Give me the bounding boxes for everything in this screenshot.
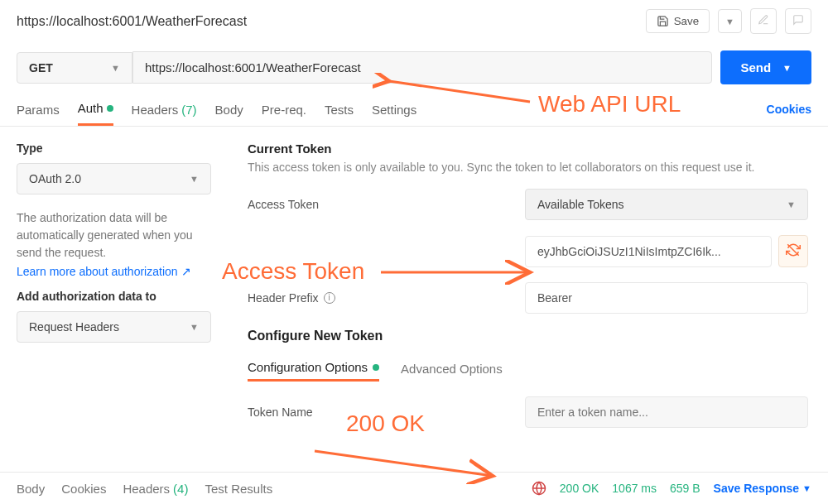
subtab-config-options[interactable]: Configuration Options <box>248 355 379 382</box>
subtab-config-label: Configuration Options <box>248 360 368 374</box>
tab-tests[interactable]: Tests <box>325 93 354 126</box>
configure-token-title: Configure New Token <box>248 329 808 343</box>
response-tab-body[interactable]: Body <box>17 482 45 496</box>
chevron-down-icon: ▼ <box>111 63 120 73</box>
add-auth-select[interactable]: Request Headers ▼ <box>17 311 211 343</box>
save-response-button[interactable]: Save Response ▼ <box>714 482 811 495</box>
response-tab-tests[interactable]: Test Results <box>205 482 272 496</box>
subtab-advanced-options[interactable]: Advanced Options <box>401 355 503 382</box>
token-name-label: Token Name <box>248 406 525 419</box>
send-button[interactable]: Send ▼ <box>720 50 811 84</box>
send-label: Send <box>740 60 771 74</box>
chevron-down-icon: ▼ <box>782 63 792 73</box>
save-icon <box>657 15 669 27</box>
auth-type-select[interactable]: OAuth 2.0 ▼ <box>17 163 211 194</box>
response-size: 659 B <box>670 482 700 495</box>
access-token-label: Access Token <box>248 198 525 211</box>
tab-prereq[interactable]: Pre-req. <box>262 93 306 126</box>
status-dot-icon <box>107 105 113 112</box>
learn-auth-link[interactable]: Learn more about authorization ↗ <box>17 265 191 278</box>
request-url-input[interactable]: https://localhost:6001/WeatherForecast <box>132 51 712 84</box>
tab-params[interactable]: Params <box>17 93 60 126</box>
response-status: 200 OK <box>560 482 599 495</box>
edit-icon-button[interactable] <box>750 8 777 34</box>
http-method-select[interactable]: GET ▼ <box>17 52 132 84</box>
tab-headers-label: Headers <box>132 103 179 117</box>
auth-type-value: OAuth 2.0 <box>29 172 81 185</box>
http-method-value: GET <box>29 61 53 74</box>
response-tab-headers[interactable]: Headers (4) <box>123 482 188 496</box>
tab-headers-count: (7) <box>181 103 196 117</box>
current-token-desc: This access token is only available to y… <box>248 161 808 174</box>
token-name-input[interactable] <box>525 396 808 428</box>
request-title: https://localhost:6001/WeatherForecast <box>17 14 247 29</box>
tab-settings[interactable]: Settings <box>372 93 416 126</box>
chevron-down-icon: ▼ <box>725 17 734 26</box>
chevron-down-icon: ▼ <box>787 199 796 209</box>
tab-headers[interactable]: Headers (7) <box>132 93 197 126</box>
response-headers-label: Headers <box>123 482 170 496</box>
response-time: 1067 ms <box>612 482 657 495</box>
save-response-label: Save Response <box>714 482 800 495</box>
sync-icon <box>786 242 801 257</box>
pencil-icon <box>758 14 769 26</box>
chevron-down-icon: ▼ <box>190 174 199 184</box>
header-prefix-input[interactable]: Bearer <box>525 282 808 314</box>
tab-auth[interactable]: Auth <box>78 93 113 126</box>
external-link-icon: ↗ <box>181 265 191 278</box>
add-auth-value: Request Headers <box>29 320 119 334</box>
cookies-link[interactable]: Cookies <box>767 103 811 116</box>
auth-description: The authorization data will be automatic… <box>17 209 211 262</box>
response-headers-count: (4) <box>173 482 188 496</box>
available-tokens-select[interactable]: Available Tokens ▼ <box>525 189 808 220</box>
network-icon <box>532 481 546 496</box>
save-label: Save <box>674 15 699 27</box>
save-dropdown[interactable]: ▼ <box>718 9 742 33</box>
access-token-value[interactable]: eyJhbGciOiJSUzI1NiIsImtpZCI6Ik... <box>525 236 772 267</box>
current-token-title: Current Token <box>248 142 808 156</box>
add-auth-label: Add authorization data to <box>17 290 211 303</box>
header-prefix-label: Header Prefix i <box>248 291 525 305</box>
auth-type-label: Type <box>17 142 211 155</box>
tab-body[interactable]: Body <box>215 93 243 126</box>
tab-auth-label: Auth <box>78 101 104 115</box>
chevron-down-icon: ▼ <box>802 483 811 493</box>
save-button[interactable]: Save <box>646 9 710 33</box>
learn-auth-text: Learn more about authorization <box>17 265 178 278</box>
comment-icon-button[interactable] <box>785 8 811 34</box>
info-icon[interactable]: i <box>324 292 335 304</box>
chevron-down-icon: ▼ <box>190 322 199 332</box>
sync-token-button[interactable] <box>778 235 808 267</box>
response-tab-cookies[interactable]: Cookies <box>61 482 106 496</box>
status-dot-icon <box>373 364 379 371</box>
comment-icon <box>792 14 804 26</box>
available-tokens-value: Available Tokens <box>537 198 624 211</box>
